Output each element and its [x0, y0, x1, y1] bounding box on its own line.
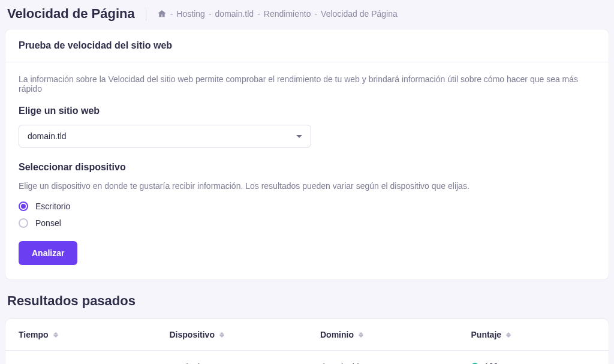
- radio-icon: [19, 218, 28, 228]
- results-table-card: Tiempo Dispositivo Dominio: [5, 318, 609, 364]
- card-title: Prueba de velocidad del sitio web: [19, 40, 595, 51]
- cell-device: Escritorio: [156, 351, 308, 365]
- col-domain[interactable]: Dominio: [307, 319, 458, 351]
- col-device-label: Dispositivo: [170, 330, 215, 339]
- cell-score: 100: [458, 351, 609, 365]
- table-row: 2023-04-12 Escritorio domain.tld 100: [5, 351, 609, 365]
- breadcrumb: - Hosting - domain.tld - Rendimiento - V…: [157, 9, 398, 19]
- divider: [146, 7, 146, 20]
- breadcrumb-current: Velocidad de Página: [321, 9, 398, 19]
- device-description: Elige un dispositivo en donde te gustarí…: [19, 181, 595, 191]
- results-title: Resultados pasados: [7, 293, 607, 309]
- card-description: La información sobre la Velocidad del si…: [19, 74, 595, 94]
- results-table: Tiempo Dispositivo Dominio: [5, 319, 609, 364]
- choose-site-label: Elige un sitio web: [19, 106, 595, 116]
- device-radio-desktop[interactable]: Escritorio: [19, 201, 595, 211]
- col-device[interactable]: Dispositivo: [156, 319, 308, 351]
- site-select-value: domain.tld: [28, 131, 67, 141]
- breadcrumb-sep: -: [170, 9, 173, 19]
- cell-time: 2023-04-12: [5, 351, 156, 365]
- chevron-down-icon: [296, 135, 302, 138]
- radio-label: Escritorio: [35, 201, 70, 211]
- breadcrumb-sep: -: [314, 9, 317, 19]
- home-icon[interactable]: [157, 9, 167, 19]
- breadcrumb-link-rendimiento[interactable]: Rendimiento: [264, 9, 311, 19]
- speed-test-card: Prueba de velocidad del sitio web La inf…: [5, 29, 609, 280]
- radio-icon: [19, 201, 28, 211]
- analyze-button[interactable]: Analizar: [19, 241, 77, 265]
- col-time-label: Tiempo: [19, 330, 49, 339]
- cell-domain: domain.tld: [307, 351, 458, 365]
- col-score-label: Puntaje: [471, 330, 502, 339]
- device-label: Seleccionar dispositivo: [19, 162, 595, 173]
- col-time[interactable]: Tiempo: [5, 319, 156, 351]
- sort-icon: [506, 332, 511, 338]
- sort-icon: [53, 332, 58, 338]
- breadcrumb-link-domain[interactable]: domain.tld: [215, 9, 254, 19]
- site-select[interactable]: domain.tld: [19, 125, 311, 148]
- col-domain-label: Dominio: [320, 330, 354, 339]
- sort-icon: [359, 332, 363, 338]
- radio-label: Ponsel: [35, 218, 61, 228]
- breadcrumb-sep: -: [257, 9, 260, 19]
- breadcrumb-sep: -: [209, 9, 212, 19]
- score-value: 100: [484, 362, 498, 364]
- page-title: Velocidad de Página: [7, 6, 135, 22]
- device-radio-mobile[interactable]: Ponsel: [19, 218, 595, 228]
- sort-icon: [219, 332, 224, 338]
- breadcrumb-link-hosting[interactable]: Hosting: [176, 9, 204, 19]
- col-score[interactable]: Puntaje: [458, 319, 609, 351]
